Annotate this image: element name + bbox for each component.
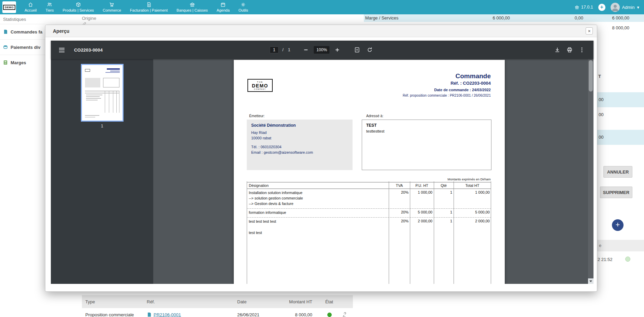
cell-qty: 1 — [434, 219, 454, 224]
more-vert-icon[interactable] — [577, 45, 587, 55]
sidebar-item-commandes[interactable]: Commandes fa — [0, 24, 45, 39]
sidebar-item-marges[interactable]: Marges — [0, 55, 45, 70]
tools-icon — [241, 2, 246, 7]
addressee-name: TEST — [366, 123, 487, 128]
bank-small-icon — [575, 5, 579, 10]
col-ref: Réf. — [147, 299, 237, 304]
avatar — [611, 3, 620, 12]
document-table-header: Désignation TVA P.U. HT Qté Total HT — [247, 182, 491, 189]
marge-services-label: Marge / Services — [365, 15, 399, 20]
annuler-button[interactable]: ANNULER — [603, 166, 632, 178]
close-icon[interactable]: × — [586, 27, 593, 35]
nav-item-commerce[interactable]: Commerce — [98, 0, 126, 14]
emitter-name: Société Démonstration — [251, 123, 349, 128]
nav-label: Outils — [239, 8, 248, 12]
currency-note: Montants exprimés en Dirham — [447, 177, 491, 181]
pdf-scrollbar[interactable] — [588, 59, 593, 284]
addressee-label: Adressé à: — [366, 114, 383, 118]
users-icon — [47, 2, 52, 7]
home-icon — [28, 2, 33, 7]
bank-icon — [190, 2, 195, 7]
cell-total: 5 000,00 — [454, 210, 491, 216]
propal-ref-link[interactable]: PR2106-0001 — [154, 312, 181, 317]
modal-title: Aperçu — [53, 28, 69, 34]
logo-main-text: DEMO — [252, 83, 268, 88]
emitter-address-1: Hay Riad — [251, 130, 349, 136]
col-date: Date — [237, 299, 278, 304]
nav-item-banques-caisses[interactable]: Banques | Caisses — [172, 0, 212, 14]
emitter-email: Email : gestcom@aizensoftware.com — [251, 150, 349, 155]
emitter-phone: Tél. : 0601020304 — [251, 144, 349, 150]
th-qte: Qté — [434, 183, 454, 188]
nav-item-agenda[interactable]: Agenda — [212, 0, 234, 14]
th-total-ht: Total HT — [454, 183, 491, 188]
document-title: Commande — [403, 72, 491, 80]
page-thumbnail[interactable] — [82, 65, 123, 121]
nav-item-facturation-paiement[interactable]: Facturation | Paiement — [126, 0, 172, 14]
document-ref: Réf. : CO2203-0004 — [403, 81, 491, 86]
status-dot-pale — [625, 257, 630, 262]
top-navbar: DEMO Accueil Tiers Produits | Services C… — [0, 0, 644, 14]
add-fab-button[interactable]: + — [612, 219, 624, 231]
line-design-1: test test test test — [247, 219, 389, 224]
download-icon[interactable] — [553, 45, 562, 55]
status-dot-green — [327, 313, 332, 317]
col-montant-ht: Montant HT — [278, 299, 312, 304]
timestamp-fragment: 2 21:52 — [598, 257, 612, 262]
cell-pu: 5 000,00 — [410, 210, 434, 216]
scroll-down-icon[interactable] — [588, 278, 593, 284]
row-type: Proposition commerciale — [82, 312, 147, 317]
version-number: 17.0.1 — [581, 5, 593, 10]
user-name: Admin — [622, 5, 635, 10]
nav-item-accueil[interactable]: Accueil — [20, 0, 41, 14]
menu-icon[interactable] — [58, 46, 66, 54]
nav-item-outils[interactable]: Outils — [234, 0, 253, 14]
user-menu[interactable]: Admin ▾ — [611, 3, 639, 12]
truncated-header-fragment: T — [598, 74, 601, 79]
cart-icon — [109, 2, 114, 7]
sidebar-item-paiements[interactable]: Paiements div — [0, 39, 45, 55]
table-row: formation informatique 20% 5 000,00 1 5 … — [247, 209, 491, 218]
nav-label: Accueil — [25, 8, 37, 12]
apercu-modal: Aperçu × CO2203-0004 1 / 1 100% — [45, 25, 597, 292]
supprimer-button[interactable]: SUPPRIMER — [600, 187, 632, 198]
marge-value-3: 6 000,00 — [612, 15, 629, 20]
nav-item-tiers[interactable]: Tiers — [41, 0, 58, 14]
total-value: 8 000,00 — [612, 25, 629, 30]
zoom-out-icon[interactable] — [301, 45, 311, 55]
version-badge[interactable]: 17.0.1 — [575, 5, 593, 10]
pdf-page-zoom-controls: 1 / 1 100% — [270, 41, 374, 59]
sidebar-item-statistiques[interactable]: Statistiques — [0, 14, 45, 24]
pdf-toolbar: CO2203-0004 1 / 1 100% — [51, 41, 593, 59]
truncated-label-fragment: e — [597, 240, 644, 251]
sidebar-item-label: Commandes fa — [11, 29, 42, 35]
propal-icon — [147, 312, 152, 317]
app-logo[interactable]: DEMO — [2, 1, 16, 13]
quick-add-button[interactable]: + — [598, 4, 605, 11]
pdf-thumbnail-pane: 1 — [51, 59, 153, 284]
nav-label: Produits | Services — [63, 8, 94, 12]
document-order-date: Date de commande : 24/03/2022 — [403, 88, 491, 92]
document-icon — [3, 29, 8, 34]
rotate-icon[interactable] — [365, 45, 375, 55]
addressee-block: TEST testtesttest — [362, 120, 491, 170]
nav-label: Tiers — [45, 8, 54, 12]
nav-label: Banques | Caisses — [176, 8, 208, 12]
emitter-address-2: 10000 rabat — [251, 136, 349, 141]
col-etat: État — [312, 299, 353, 304]
nav-item-produits-services[interactable]: Produits | Services — [58, 0, 99, 14]
cell-qty: 1 — [434, 190, 454, 207]
page-number-input[interactable]: 1 — [270, 46, 278, 53]
fit-page-icon[interactable] — [353, 45, 362, 55]
modal-titlebar: Aperçu × — [45, 25, 597, 37]
left-sidebar: Statistiques Commandes fa Paiements div … — [0, 14, 45, 70]
marge-services-row: Marge / Services 6 000,00 0,00 6 000,00 — [364, 14, 644, 22]
zoom-level[interactable]: 100% — [314, 46, 330, 54]
linked-objects-table: Type Réf. Date Montant HT État Propositi… — [82, 295, 353, 317]
zoom-in-icon[interactable] — [333, 45, 342, 55]
print-icon[interactable] — [565, 45, 574, 55]
unlink-icon[interactable] — [342, 312, 347, 317]
row-date: 26/06/2021 — [237, 312, 278, 317]
scrollbar-thumb[interactable] — [589, 60, 593, 92]
truncated-cell-1: 00 — [597, 92, 644, 107]
